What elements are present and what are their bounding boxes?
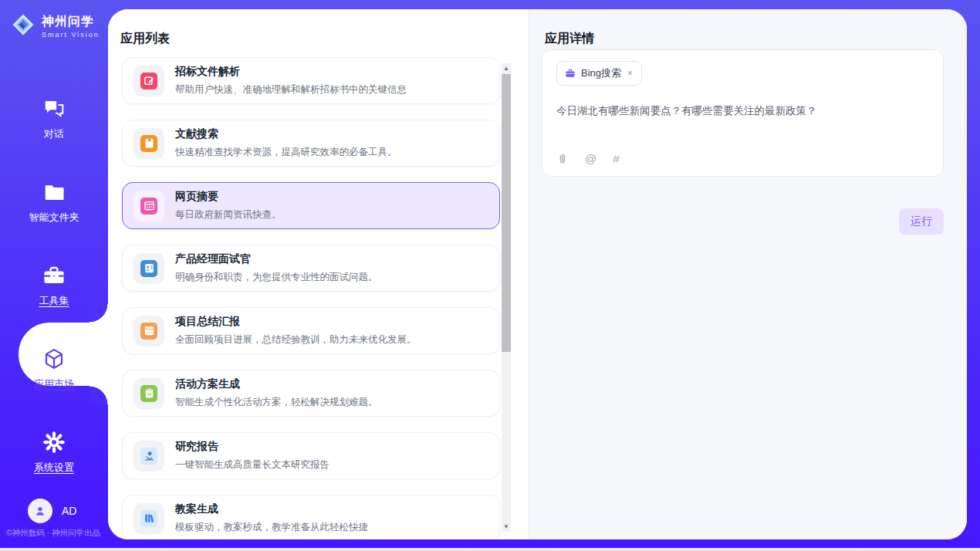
sidebar-item-label: 对话 bbox=[44, 127, 64, 141]
scrollbar-down-arrow-icon[interactable]: ▼ bbox=[502, 522, 511, 532]
sidebar-item-系统设置[interactable]: 系统设置 bbox=[0, 411, 108, 494]
user-avatar-icon[interactable] bbox=[28, 499, 52, 523]
app-card-text: 招标文件解析帮助用户快速、准确地理解和解析招标书中的关键信息 bbox=[175, 65, 407, 96]
brand: 神州问学 Smart Vision bbox=[0, 0, 108, 40]
sidebar-item-对话[interactable]: 对话 bbox=[0, 77, 108, 161]
microscope-icon bbox=[140, 448, 157, 465]
sidebar-item-label: 智能文件夹 bbox=[29, 211, 79, 225]
gear-icon bbox=[42, 431, 66, 454]
app-card-网页摘要[interactable]: 网页摘要每日政府新闻资讯快查。 bbox=[122, 182, 500, 229]
chat-icon bbox=[42, 97, 66, 120]
app-card-description: 明确身份和职责，为您提供专业性的面试问题。 bbox=[175, 271, 378, 284]
app-list-pane: 应用列表 招标文件解析帮助用户快速、准确地理解和解析招标书中的关键信息文献搜索快… bbox=[108, 9, 529, 539]
app-card-教案生成[interactable]: 教案生成模板驱动，教案秒成，教学准备从此轻松快捷 bbox=[122, 495, 500, 539]
sidebar-nav: 对话智能文件夹工具集应用市场系统设置 bbox=[0, 77, 108, 494]
app-card-title: 文献搜索 bbox=[175, 127, 397, 141]
copyright-text: ©神州数码 · 神州问学出品 bbox=[6, 528, 108, 539]
run-row: 运行 bbox=[899, 208, 944, 235]
scrollbar-up-arrow-icon[interactable]: ▲ bbox=[502, 63, 511, 73]
app-cards: 招标文件解析帮助用户快速、准确地理解和解析招标书中的关键信息文献搜索快速精准查找… bbox=[122, 57, 500, 539]
app-card-text: 产品经理面试官明确身份和职责，为您提供专业性的面试问题。 bbox=[175, 252, 378, 284]
tool-tag-label: Bing搜索 bbox=[581, 66, 621, 80]
browser-icon bbox=[140, 198, 157, 215]
app-icon-container bbox=[133, 66, 164, 96]
query-toolbar: @ # bbox=[556, 152, 620, 165]
calendar-icon bbox=[140, 323, 157, 340]
sidebar-item-label: 工具集 bbox=[39, 294, 69, 308]
app-card-text: 活动方案生成智能生成个性化活动方案，轻松解决规划难题。 bbox=[175, 377, 378, 409]
app-icon-container bbox=[133, 253, 164, 284]
app-card-description: 每日政府新闻资讯快查。 bbox=[175, 208, 282, 221]
app-card-text: 研究报告一键智能生成高质量长文本研究报告 bbox=[175, 440, 329, 472]
app-icon-container bbox=[133, 316, 164, 346]
toolbox-icon bbox=[42, 264, 66, 287]
sidebar-item-应用市场[interactable]: 应用市场 bbox=[0, 327, 108, 411]
app-card-title: 教案生成 bbox=[175, 502, 368, 516]
app-icon-container bbox=[133, 441, 164, 472]
app-card-description: 快速精准查找学术资源，提高研究效率的必备工具。 bbox=[175, 146, 397, 159]
app-icon-container bbox=[133, 378, 164, 409]
sidebar-item-label: 应用市场 bbox=[34, 377, 74, 391]
close-icon[interactable]: × bbox=[627, 68, 634, 79]
brand-subtitle: Smart Vision bbox=[42, 31, 100, 39]
window-bottom-edge bbox=[0, 548, 980, 551]
run-button[interactable]: 运行 bbox=[899, 208, 944, 235]
app-icon-container bbox=[133, 191, 164, 221]
books-icon bbox=[140, 510, 157, 527]
content-panel: 应用列表 招标文件解析帮助用户快速、准确地理解和解析招标书中的关键信息文献搜索快… bbox=[108, 9, 967, 539]
app-card-title: 招标文件解析 bbox=[175, 65, 407, 79]
app-icon-container bbox=[133, 128, 164, 159]
app-detail-pane: 应用详情 Bing搜索 × 今日湖北有哪些新闻要点？有哪些需要关注的最新政策？ bbox=[529, 9, 967, 539]
user-initials: AD bbox=[62, 505, 76, 517]
hash-icon[interactable]: # bbox=[613, 152, 619, 165]
app-card-text: 网页摘要每日政府新闻资讯快查。 bbox=[175, 190, 282, 221]
app-card-研究报告[interactable]: 研究报告一键智能生成高质量长文本研究报告 bbox=[122, 432, 500, 479]
app-icon-container bbox=[133, 503, 164, 534]
app-card-text: 项目总结汇报全面回顾项目进展，总结经验教训，助力未来优化发展。 bbox=[175, 315, 417, 346]
edit-icon bbox=[140, 73, 157, 90]
app-card-text: 文献搜索快速精准查找学术资源，提高研究效率的必备工具。 bbox=[175, 127, 397, 159]
interview-icon bbox=[140, 260, 157, 277]
scrollbar-thumb[interactable] bbox=[502, 74, 511, 352]
app-card-description: 智能生成个性化活动方案，轻松解决规划难题。 bbox=[175, 396, 378, 409]
app-card-description: 全面回顾项目进展，总结经验教训，助力未来优化发展。 bbox=[175, 333, 417, 346]
app-card-description: 模板驱动，教案秒成，教学准备从此轻松快捷 bbox=[175, 521, 368, 534]
app-card-title: 项目总结汇报 bbox=[175, 315, 417, 329]
app-card-description: 一键智能生成高质量长文本研究报告 bbox=[175, 458, 329, 472]
app-card-活动方案生成[interactable]: 活动方案生成智能生成个性化活动方案，轻松解决规划难题。 bbox=[122, 370, 500, 417]
app-card-产品经理面试官[interactable]: 产品经理面试官明确身份和职责，为您提供专业性的面试问题。 bbox=[122, 245, 500, 292]
user-row[interactable]: AD bbox=[28, 499, 76, 523]
app-card-title: 产品经理面试官 bbox=[175, 252, 378, 266]
sidebar-item-工具集[interactable]: 工具集 bbox=[0, 244, 108, 327]
brand-logo-icon bbox=[11, 12, 35, 40]
app-list-title: 应用列表 bbox=[120, 31, 170, 47]
sidebar: 神州问学 Smart Vision 对话智能文件夹工具集应用市场系统设置 AD … bbox=[0, 0, 108, 551]
book-icon bbox=[140, 135, 157, 152]
clipboard-icon bbox=[140, 385, 157, 402]
query-text[interactable]: 今日湖北有哪些新闻要点？有哪些需要关注的最新政策？ bbox=[556, 104, 929, 118]
at-icon[interactable]: @ bbox=[585, 152, 596, 165]
brand-name: 神州问学 bbox=[42, 14, 100, 30]
briefcase-icon bbox=[565, 68, 576, 79]
app-card-招标文件解析[interactable]: 招标文件解析帮助用户快速、准确地理解和解析招标书中的关键信息 bbox=[122, 57, 500, 104]
app-card-title: 网页摘要 bbox=[175, 190, 282, 204]
list-scrollbar[interactable]: ▲ ▼ bbox=[502, 63, 511, 532]
cube-icon bbox=[42, 347, 66, 370]
app-detail-title: 应用详情 bbox=[545, 31, 594, 47]
app-card-项目总结汇报[interactable]: 项目总结汇报全面回顾项目进展，总结经验教训，助力未来优化发展。 bbox=[122, 307, 500, 354]
app-card-text: 教案生成模板驱动，教案秒成，教学准备从此轻松快捷 bbox=[175, 502, 368, 534]
query-card[interactable]: Bing搜索 × 今日湖北有哪些新闻要点？有哪些需要关注的最新政策？ @ # bbox=[542, 49, 944, 177]
app-card-description: 帮助用户快速、准确地理解和解析招标书中的关键信息 bbox=[175, 83, 407, 96]
app-card-title: 活动方案生成 bbox=[175, 377, 378, 391]
paperclip-icon[interactable] bbox=[556, 153, 569, 165]
tool-tag[interactable]: Bing搜索 × bbox=[556, 61, 642, 86]
app-card-文献搜索[interactable]: 文献搜索快速精准查找学术资源，提高研究效率的必备工具。 bbox=[122, 120, 500, 167]
sidebar-item-label: 系统设置 bbox=[34, 461, 74, 475]
app-card-title: 研究报告 bbox=[175, 440, 329, 454]
folder-icon bbox=[42, 181, 66, 204]
sidebar-item-智能文件夹[interactable]: 智能文件夹 bbox=[0, 161, 108, 244]
